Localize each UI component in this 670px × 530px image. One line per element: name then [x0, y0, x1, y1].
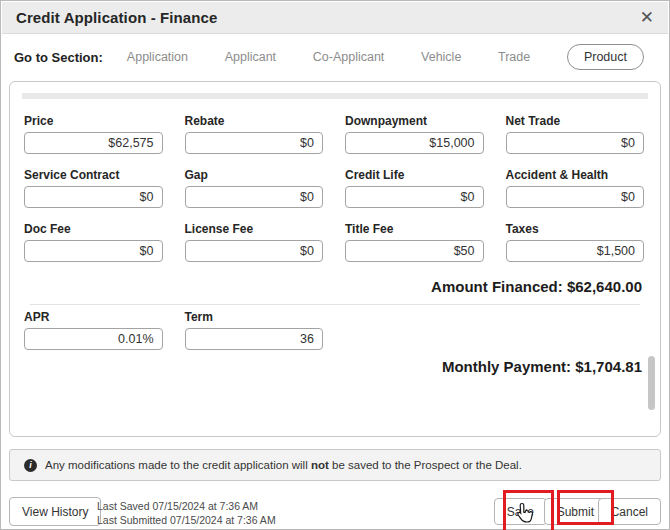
title-fee-input[interactable]	[345, 240, 484, 262]
field-term: Term	[185, 310, 324, 350]
term-input[interactable]	[185, 328, 324, 350]
price-input[interactable]	[24, 132, 163, 154]
credit-life-input[interactable]	[345, 186, 484, 208]
field-taxes: Taxes	[506, 222, 645, 262]
vertical-scrollbar[interactable]	[648, 356, 655, 410]
field-label: Credit Life	[345, 168, 484, 182]
field-row-3: Doc Fee License Fee Title Fee Taxes	[24, 222, 644, 262]
nav-item-application[interactable]: Application	[127, 50, 188, 64]
field-label: APR	[24, 310, 163, 324]
field-accident-health: Accident & Health	[506, 168, 645, 208]
section-nav: Go to Section: Application Applicant Co-…	[2, 34, 668, 80]
dialog-title: Credit Application - Finance	[16, 9, 217, 26]
service-contract-input[interactable]	[24, 186, 163, 208]
field-label: Downpayment	[345, 114, 484, 128]
field-label: Term	[185, 310, 324, 324]
panel-divider	[30, 304, 640, 305]
field-title-fee: Title Fee	[345, 222, 484, 262]
field-label: Doc Fee	[24, 222, 163, 236]
field-downpayment: Downpayment	[345, 114, 484, 154]
field-row-4: APR Term	[24, 310, 644, 350]
field-row-2: Service Contract Gap Credit Life Acciden…	[24, 168, 644, 208]
field-label: Accident & Health	[506, 168, 645, 182]
info-icon: i	[24, 459, 37, 472]
amount-financed-total: Amount Financed: $62,640.00	[431, 278, 642, 295]
save-button[interactable]: Save	[494, 498, 547, 525]
nav-item-co-applicant[interactable]: Co-Applicant	[313, 50, 385, 64]
view-history-button[interactable]: View History	[9, 497, 101, 526]
field-label: Service Contract	[24, 168, 163, 182]
field-net-trade: Net Trade	[506, 114, 645, 154]
field-rebate: Rebate	[185, 114, 324, 154]
field-price: Price	[24, 114, 163, 154]
product-form-panel: Price Rebate Downpayment Net Trade Servi…	[9, 81, 661, 437]
field-credit-life: Credit Life	[345, 168, 484, 208]
field-service-contract: Service Contract	[24, 168, 163, 208]
field-label: Title Fee	[345, 222, 484, 236]
cancel-button[interactable]: Cancel	[598, 498, 661, 525]
field-gap: Gap	[185, 168, 324, 208]
timestamps: Last Saved 07/15/2024 at 7:36 AM Last Su…	[97, 499, 276, 527]
credit-application-dialog: Credit Application - Finance ✕ Go to Sec…	[0, 0, 670, 530]
accident-health-input[interactable]	[506, 186, 645, 208]
section-nav-label: Go to Section:	[14, 50, 103, 65]
gap-input[interactable]	[185, 186, 324, 208]
field-label: License Fee	[185, 222, 324, 236]
last-saved-text: Last Saved 07/15/2024 at 7:36 AM	[97, 499, 276, 513]
last-submitted-text: Last Submitted 07/15/2024 at 7:36 AM	[97, 513, 276, 527]
banner-text: Any modifications made to the credit app…	[45, 459, 522, 471]
nav-item-trade[interactable]: Trade	[498, 50, 530, 64]
doc-fee-input[interactable]	[24, 240, 163, 262]
license-fee-input[interactable]	[185, 240, 324, 262]
field-label: Taxes	[506, 222, 645, 236]
taxes-input[interactable]	[506, 240, 645, 262]
field-label: Net Trade	[506, 114, 645, 128]
nav-item-vehicle[interactable]: Vehicle	[421, 50, 461, 64]
apr-input[interactable]	[24, 328, 163, 350]
dialog-titlebar: Credit Application - Finance ✕	[2, 2, 668, 34]
close-icon[interactable]: ✕	[640, 9, 654, 26]
rebate-input[interactable]	[185, 132, 324, 154]
downpayment-input[interactable]	[345, 132, 484, 154]
field-doc-fee: Doc Fee	[24, 222, 163, 262]
monthly-payment-total: Monthly Payment: $1,704.81	[442, 358, 642, 375]
net-trade-input[interactable]	[506, 132, 645, 154]
field-apr: APR	[24, 310, 163, 350]
panel-top-strip	[22, 93, 648, 99]
field-row-1: Price Rebate Downpayment Net Trade	[24, 114, 644, 154]
field-label: Price	[24, 114, 163, 128]
modification-warning-banner: i Any modifications made to the credit a…	[9, 449, 661, 481]
field-label: Rebate	[185, 114, 324, 128]
nav-item-product[interactable]: Product	[567, 44, 644, 70]
section-nav-items: Application Applicant Co-Applicant Vehic…	[109, 44, 656, 70]
field-license-fee: License Fee	[185, 222, 324, 262]
nav-item-applicant[interactable]: Applicant	[225, 50, 276, 64]
field-label: Gap	[185, 168, 324, 182]
